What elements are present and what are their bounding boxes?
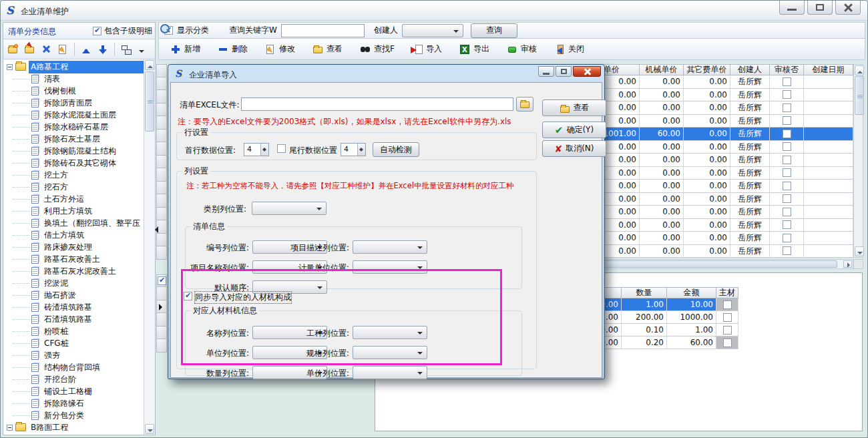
main-titlebar[interactable]: S 企业清单维护 xyxy=(1,1,867,21)
expander-icon[interactable] xyxy=(7,64,13,70)
tree-leaf-item[interactable]: 拆除水稳碎石基层 xyxy=(3,121,144,133)
new-folder-button[interactable] xyxy=(7,44,18,55)
expander-icon[interactable] xyxy=(7,425,13,431)
table-row[interactable]: 0.000.000.00岳所辉 xyxy=(568,141,853,154)
layout-button[interactable] xyxy=(121,44,132,55)
table-row[interactable]: 0.000.000.00岳所辉 xyxy=(568,245,853,258)
tree-leaf-item[interactable]: 清表 xyxy=(3,73,144,85)
close-button[interactable] xyxy=(835,1,861,15)
list-table-vscrollbar[interactable] xyxy=(853,64,863,258)
edit-doc-button[interactable] xyxy=(57,44,68,55)
tree-scroll-thumb[interactable] xyxy=(145,71,154,132)
audited-checkbox[interactable] xyxy=(783,220,791,229)
tree-leaf-item[interactable]: 砖渣填筑路基 xyxy=(3,301,144,313)
dialog-close-button[interactable] xyxy=(573,66,601,77)
first-row-spinner[interactable]: 4 xyxy=(244,143,269,156)
minimize-button[interactable] xyxy=(779,1,805,15)
autodetect-button[interactable]: 自动检测 xyxy=(373,142,419,157)
column-header[interactable]: 创建日期 xyxy=(804,64,853,75)
delete-button[interactable]: 删除 xyxy=(216,41,250,57)
main-material-checkbox[interactable] xyxy=(723,339,732,347)
tree-leaf-item[interactable]: 强夯 xyxy=(3,349,144,361)
table-row[interactable]: 0.000.000.00岳所辉 xyxy=(568,180,853,193)
audited-checkbox[interactable] xyxy=(783,142,791,151)
audited-checkbox[interactable] xyxy=(783,116,791,125)
tree-leaf-item[interactable]: 挖淤泥 xyxy=(3,277,144,289)
table-row[interactable]: 1001.0060.000.00岳所辉 xyxy=(568,128,853,141)
main-material-checkbox[interactable] xyxy=(723,326,732,335)
table-row[interactable]: 0.000.000.00岳所辉 xyxy=(568,193,853,206)
list-scroll-down[interactable] xyxy=(855,246,864,256)
tree-leaf-item[interactable]: 土石方外运 xyxy=(3,193,144,205)
tree-leaf-item[interactable]: 路床掺灰处理 xyxy=(3,241,144,253)
field-select[interactable] xyxy=(353,346,427,359)
audit-button[interactable]: 审核 xyxy=(505,41,539,57)
table-row[interactable]: 0.000.000.00岳所辉 xyxy=(568,75,853,89)
category-col-select[interactable] xyxy=(252,202,327,215)
dialog-cancel-button[interactable]: ✘取消(N) xyxy=(542,140,606,157)
tree-scrollbar[interactable] xyxy=(144,59,155,435)
edit-folder-button[interactable] xyxy=(24,44,35,55)
browse-button[interactable] xyxy=(516,97,533,112)
list-scroll-up[interactable] xyxy=(855,65,864,75)
field-select[interactable] xyxy=(353,260,427,274)
audited-checkbox[interactable] xyxy=(783,208,791,216)
audited-checkbox[interactable] xyxy=(783,90,791,99)
import-dialog-titlebar[interactable]: S 企业清单导入 xyxy=(170,67,602,82)
close-button[interactable]: 关闭 xyxy=(552,41,586,57)
tree-leaf-item[interactable]: 路基石灰改善土 xyxy=(3,253,144,265)
column-header[interactable]: 数量 xyxy=(622,287,667,298)
column-header[interactable]: 创建人 xyxy=(730,64,770,75)
tail-row-spinner[interactable]: 4 xyxy=(341,143,366,156)
add-button[interactable]: 新增 xyxy=(168,41,202,57)
tree-leaf-item[interactable]: 挖石方 xyxy=(3,181,144,193)
tree-leaf-item[interactable]: 伐树刨根 xyxy=(3,85,144,97)
sync-import-checkbox[interactable] xyxy=(184,292,192,300)
field-select[interactable] xyxy=(353,240,427,254)
search-button[interactable]: 查询 xyxy=(471,23,517,38)
dialog-view-button[interactable]: 查看 xyxy=(542,99,606,116)
table-row[interactable]: 0.000.000.00岳所辉 xyxy=(568,206,853,219)
tree-root-item[interactable]: A路基工程 xyxy=(3,61,144,73)
modify-button[interactable]: 修改 xyxy=(263,41,297,57)
tree-leaf-item[interactable]: 新分包分类 xyxy=(3,409,144,421)
audited-checkbox[interactable] xyxy=(783,168,791,177)
tree-leaf-item[interactable]: 拆除石灰土基层 xyxy=(3,133,144,145)
list-scroll-right[interactable] xyxy=(843,260,852,268)
column-header[interactable]: 机械单价 xyxy=(640,64,684,75)
audited-checkbox[interactable] xyxy=(783,103,791,112)
tree-leaf-item[interactable]: 抛石挤淤 xyxy=(3,289,144,301)
dialog-maximize-button[interactable] xyxy=(556,66,572,77)
tree-leaf-item[interactable]: 利用土方填筑 xyxy=(3,205,144,217)
audited-checkbox[interactable] xyxy=(783,182,791,190)
move-up-button[interactable] xyxy=(81,44,91,55)
column-header[interactable]: 金额 xyxy=(667,287,716,298)
table-row[interactable]: 0.000.000.00岳所辉 xyxy=(568,232,853,245)
audited-checkbox[interactable] xyxy=(783,156,791,164)
move-down-button[interactable] xyxy=(97,44,108,55)
delete-category-button[interactable] xyxy=(41,44,51,55)
main-material-checkbox[interactable] xyxy=(723,313,732,322)
audited-checkbox[interactable] xyxy=(783,77,791,86)
sync-import-label[interactable]: 同步导入对应的人材机构成 xyxy=(195,292,291,303)
splitter-collapse-icon[interactable] xyxy=(152,226,158,233)
audited-checkbox[interactable] xyxy=(783,246,791,255)
list-hscroll-thumb[interactable] xyxy=(570,260,837,268)
tree-leaf-item[interactable]: 拆除路缘石 xyxy=(3,397,144,409)
tree-leaf-item[interactable]: 拆除沥青面层 xyxy=(3,97,144,109)
tree-leaf-item[interactable]: 路基石灰水泥改善土 xyxy=(3,265,144,277)
find-button[interactable]: 查找F xyxy=(358,41,397,57)
tree-scroll-down[interactable] xyxy=(145,424,154,434)
include-children-checkbox[interactable] xyxy=(93,27,101,35)
column-header[interactable]: 审核否 xyxy=(770,64,804,75)
tree-leaf-item[interactable]: 拆除钢筋混凝土结构 xyxy=(3,145,144,157)
dialog-minimize-button[interactable] xyxy=(538,66,554,77)
audited-checkbox[interactable] xyxy=(783,234,791,242)
tree-leaf-item[interactable]: 结构物台背回填 xyxy=(3,361,144,373)
list-table-hscrollbar[interactable] xyxy=(568,259,853,269)
tree-leaf-item[interactable]: 铺设土工格栅 xyxy=(3,385,144,397)
table-row[interactable]: 0.000.000.00岳所辉 xyxy=(568,115,853,128)
audited-checkbox[interactable] xyxy=(783,130,791,138)
field-select[interactable] xyxy=(353,366,427,379)
tree-scroll-up[interactable] xyxy=(145,60,154,70)
